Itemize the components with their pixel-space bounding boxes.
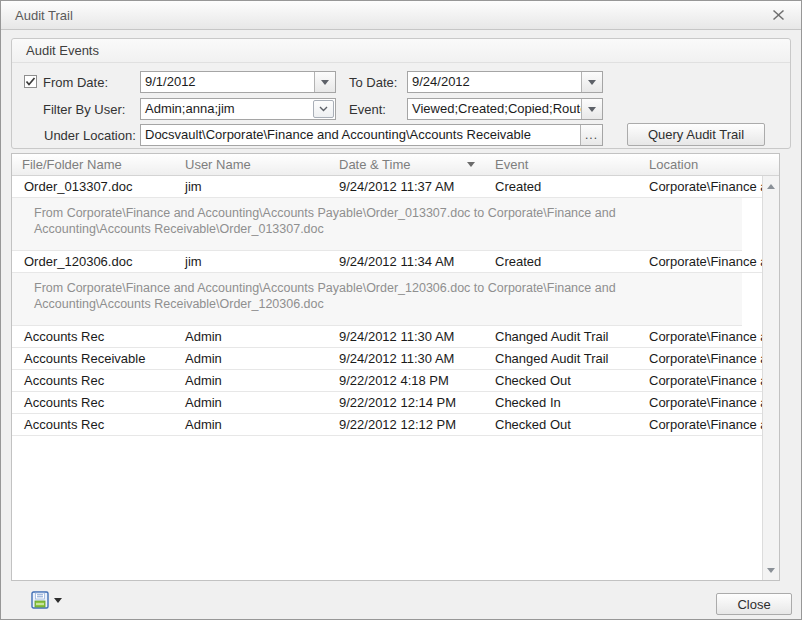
grid-header: File/Folder Name User Name Date & Time E… (12, 154, 779, 176)
cell-datetime: 9/22/2012 12:12 PM (329, 414, 485, 435)
under-location-value[interactable]: Docsvault\Corporate\Finance and Accounti… (141, 125, 580, 145)
cell-user: jim (175, 251, 329, 272)
event-value[interactable]: Viewed;Created;Copied;Routed (408, 99, 581, 119)
filter-by-user-dropdown-icon[interactable] (313, 100, 334, 118)
cell-name: Accounts Rec (12, 326, 175, 347)
table-detail-row: From Corporate\Finance and Accounting\Ac… (12, 198, 742, 251)
event-label-row: Event: (349, 98, 386, 120)
cell-user: jim (175, 176, 329, 197)
footer-bar: Close (1, 581, 801, 619)
cell-datetime: 9/22/2012 12:14 PM (329, 392, 485, 413)
cell-location: Corporate\Finance and Ac (639, 370, 762, 391)
location-label-row: Under Location: (44, 124, 136, 146)
filter-by-user-combo[interactable]: Admin;anna;jim (140, 98, 336, 120)
cell-datetime: 9/24/2012 11:30 AM (329, 348, 485, 369)
cell-location: Corporate\Finance and Ac (639, 326, 762, 347)
cell-location: Corporate\Finance and Ac (639, 176, 762, 197)
cell-datetime: 9/24/2012 11:30 AM (329, 326, 485, 347)
user-label-row: Filter By User: (43, 98, 125, 120)
export-button[interactable] (29, 589, 64, 611)
cell-location: Corporate\Finance and Ac (639, 251, 762, 272)
cell-user: Admin (175, 392, 329, 413)
under-location-label: Under Location: (44, 128, 136, 143)
cell-user: Admin (175, 326, 329, 347)
from-date-checkbox[interactable] (24, 75, 37, 88)
under-location-field[interactable]: Docsvault\Corporate\Finance and Accounti… (140, 124, 603, 146)
event-combo[interactable]: Viewed;Created;Copied;Routed (407, 98, 603, 120)
cell-location: Corporate\Finance and Ac (639, 414, 762, 435)
cell-event: Created (485, 176, 639, 197)
from-date-label-row: From Date: (43, 71, 108, 93)
cell-name: Accounts Rec (12, 370, 175, 391)
cell-event: Created (485, 251, 639, 272)
audit-events-groupbox: Audit Events From Date: 9/1/2012 To Date… (11, 38, 791, 149)
scroll-up-icon[interactable] (763, 178, 779, 194)
col-header-date-time[interactable]: Date & Time (329, 154, 485, 175)
table-row[interactable]: Accounts RecAdmin9/24/2012 11:30 AMChang… (12, 326, 762, 348)
cell-name: Order_120306.doc (12, 251, 175, 272)
table-detail-row: From Corporate\Finance and Accounting\Ac… (12, 273, 742, 326)
table-row[interactable]: Order_120306.docjim9/24/2012 11:34 AMCre… (12, 251, 762, 273)
to-date-dropdown-icon[interactable] (581, 72, 602, 92)
export-dropdown-icon[interactable] (54, 598, 62, 603)
filter-by-user-value[interactable]: Admin;anna;jim (141, 99, 312, 119)
to-date-value[interactable]: 9/24/2012 (408, 72, 581, 92)
from-date-combo[interactable]: 9/1/2012 (140, 71, 336, 93)
scroll-down-icon[interactable] (763, 562, 779, 578)
save-floppy-icon (31, 591, 49, 609)
col-header-event[interactable]: Event (485, 154, 639, 175)
cell-user: Admin (175, 370, 329, 391)
to-date-label-row: To Date: (349, 71, 397, 93)
from-date-dropdown-icon[interactable] (314, 72, 335, 92)
event-dropdown-icon[interactable] (581, 99, 602, 119)
cell-name: Order_013307.doc (12, 176, 175, 197)
col-header-location[interactable]: Location (639, 154, 779, 175)
cell-user: Admin (175, 414, 329, 435)
table-row[interactable]: Order_013307.docjim9/24/2012 11:37 AMCre… (12, 176, 762, 198)
table-row[interactable]: Accounts ReceivableAdmin9/24/2012 11:30 … (12, 348, 762, 370)
audit-results-grid: File/Folder Name User Name Date & Time E… (11, 153, 780, 581)
from-date-label: From Date: (43, 75, 108, 90)
sort-desc-icon (467, 162, 475, 167)
event-label: Event: (349, 102, 386, 117)
to-date-label: To Date: (349, 75, 397, 90)
cell-event: Changed Audit Trail (485, 348, 639, 369)
audit-trail-dialog: Audit Trail Audit Events From Date: 9/1/… (0, 0, 802, 620)
close-icon[interactable] (769, 7, 787, 23)
cell-event: Checked Out (485, 370, 639, 391)
close-button[interactable]: Close (716, 593, 792, 615)
query-audit-trail-button[interactable]: Query Audit Trail (627, 123, 765, 146)
cell-location: Corporate\Finance and Ac (639, 392, 762, 413)
cell-event: Checked Out (485, 414, 639, 435)
cell-event: Changed Audit Trail (485, 326, 639, 347)
filter-by-user-label: Filter By User: (43, 102, 125, 117)
col-header-user-name[interactable]: User Name (175, 154, 329, 175)
cell-datetime: 9/22/2012 4:18 PM (329, 370, 485, 391)
cell-name: Accounts Rec (12, 392, 175, 413)
cell-name: Accounts Rec (12, 414, 175, 435)
titlebar[interactable]: Audit Trail (1, 1, 801, 30)
table-body: Order_013307.docjim9/24/2012 11:37 AMCre… (12, 176, 762, 580)
cell-location: Corporate\Finance and Ac (639, 348, 762, 369)
cell-user: Admin (175, 348, 329, 369)
table-row[interactable]: Accounts RecAdmin9/22/2012 12:12 PMCheck… (12, 414, 762, 436)
vertical-scrollbar[interactable] (762, 176, 779, 580)
to-date-combo[interactable]: 9/24/2012 (407, 71, 603, 93)
from-date-value[interactable]: 9/1/2012 (141, 72, 314, 92)
browse-button[interactable]: ... (580, 125, 602, 145)
cell-datetime: 9/24/2012 11:34 AM (329, 251, 485, 272)
col-header-file-folder-name[interactable]: File/Folder Name (12, 154, 175, 175)
table-row[interactable]: Accounts RecAdmin9/22/2012 12:14 PMCheck… (12, 392, 762, 414)
cell-datetime: 9/24/2012 11:37 AM (329, 176, 485, 197)
groupbox-title: Audit Events (12, 39, 790, 63)
table-row[interactable]: Accounts RecAdmin9/22/2012 4:18 PMChecke… (12, 370, 762, 392)
cell-name: Accounts Receivable (12, 348, 175, 369)
cell-event: Checked In (485, 392, 639, 413)
dialog-title: Audit Trail (15, 8, 73, 23)
